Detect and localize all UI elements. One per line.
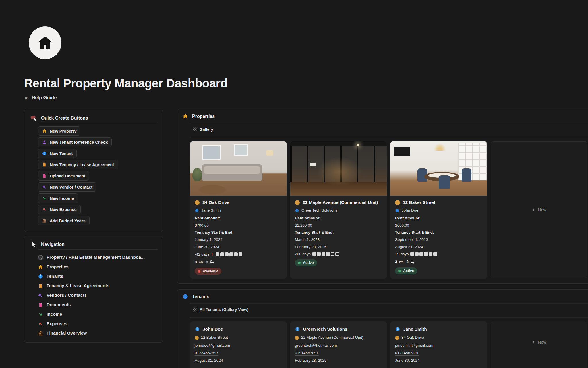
- divider: [190, 137, 588, 137]
- tenant-phone[interactable]: 01234567897: [195, 351, 282, 355]
- quick-create-panel: Quick Create Buttons New Property New Te…: [24, 110, 163, 232]
- button-label: Add Budget Years: [50, 218, 86, 223]
- property-link[interactable]: 22 Maple Avenue (Commercial Unit): [295, 335, 382, 340]
- navigation-header: Navigation: [30, 241, 65, 248]
- plus-icon: [531, 340, 536, 344]
- property-card[interactable]: 34 Oak Drive Jane Smith Rent Amount: $70…: [190, 141, 287, 278]
- tenant-link[interactable]: John Doe: [395, 208, 482, 213]
- tenancy-end-date: August 31, 2024: [395, 245, 482, 249]
- bathtub-icon: [210, 260, 214, 264]
- tenant-name: Jane Smith: [201, 208, 221, 213]
- tenant-email[interactable]: janesmith@gmail.com: [395, 343, 482, 348]
- help-guide-toggle[interactable]: ▶ Help Guide: [25, 95, 57, 100]
- new-tenant-button[interactable]: New Tenant: [38, 149, 77, 158]
- tenant-email[interactable]: johndoe@gmail.com: [195, 343, 282, 348]
- home-icon: [182, 113, 188, 119]
- tenant-link[interactable]: GreenTech Solutions: [295, 208, 382, 213]
- cursor-icon: [30, 241, 37, 248]
- tenant-globe-icon: [38, 274, 43, 279]
- tenants-section: Tenants All Tenants (Gallery View) John …: [177, 289, 588, 368]
- new-tenant-reference-check-button[interactable]: New Tenant Reference Check: [38, 137, 112, 147]
- rental-dashboard-page: { "app": { "title": "Rental Property Man…: [0, 0, 588, 368]
- all-tenants-gallery-view-tab[interactable]: All Tenants (Gallery View): [192, 307, 249, 312]
- tenant-email[interactable]: greentech@hotmail.com: [295, 343, 382, 348]
- property-card-body: 22 Maple Avenue (Commercial Unit) GreenT…: [290, 195, 387, 266]
- days-remaining-row: -42 days !: [195, 252, 282, 256]
- tenant-globe-icon: [195, 327, 200, 332]
- new-property-button[interactable]: New Property: [38, 126, 80, 136]
- tenant-phone[interactable]: 01214567891: [395, 351, 482, 355]
- nav-item-tenants[interactable]: Tenants: [38, 272, 145, 281]
- nav-item-vendors-contacts[interactable]: Vendors / Contacts: [38, 291, 145, 300]
- status-badge: Available: [195, 268, 221, 275]
- nav-label: Vendors / Contacts: [47, 293, 87, 298]
- tenant-card[interactable]: GreenTech Solutions 22 Maple Avenue (Com…: [290, 322, 387, 368]
- property-name: 34 Oak Drive: [401, 335, 424, 340]
- property-link[interactable]: 12 Baker Street: [195, 335, 282, 340]
- toggle-triangle-icon[interactable]: ▶: [25, 96, 28, 99]
- nav-label: Documents: [47, 302, 71, 308]
- property-link[interactable]: 34 Oak Drive: [395, 335, 482, 340]
- tenancy-label: Tenancy Start & End:: [395, 230, 482, 235]
- tenant-card[interactable]: Jane Smith 34 Oak Drive janesmith@gmail.…: [390, 322, 487, 368]
- document-icon: [42, 162, 47, 167]
- property-card[interactable]: 12 Baker Street John Doe Rent Amount: $6…: [390, 141, 487, 278]
- tenant-name: GreenTech Solutions: [303, 327, 347, 332]
- nav-item-financial-overview[interactable]: Financial Overview: [38, 329, 145, 338]
- tenant-card[interactable]: John Doe 12 Baker Street johndoe@gmail.c…: [190, 322, 287, 368]
- new-tenancy-lease-agreement-button[interactable]: New Tenancy / Lease Agreement: [38, 160, 118, 169]
- rent-amount-value: $1,200.00: [295, 223, 382, 227]
- nav-item-documents[interactable]: Documents: [38, 300, 145, 310]
- tenant-link[interactable]: Jane Smith: [195, 208, 282, 213]
- nav-item-properties[interactable]: Properties: [38, 262, 145, 272]
- nav-item-dashboard[interactable]: Property / Real Estate Management Dashbo…: [38, 253, 145, 262]
- page-title: Rental Property Manager Dashboard: [24, 76, 227, 90]
- bed-icon: [399, 259, 404, 264]
- tenancy-label: Tenancy Start & End:: [295, 230, 382, 235]
- nav-item-tenancy-lease-agreements[interactable]: Tenancy & Lease Agreements: [38, 281, 145, 291]
- nav-item-expenses[interactable]: Expenses: [38, 319, 145, 329]
- tenancy-end-date: June 30, 2024: [395, 358, 482, 363]
- tenancy-end-date: August 31, 2024: [195, 358, 282, 363]
- property-title: 22 Maple Avenue (Commercial Unit): [303, 200, 378, 205]
- new-tenant-card-button[interactable]: New: [491, 322, 587, 368]
- nav-label: Property / Real Estate Management Dashbo…: [47, 255, 145, 260]
- bank-icon: [38, 331, 43, 336]
- tenant-globe-icon: [295, 208, 299, 213]
- button-label: New Tenancy / Lease Agreement: [50, 162, 114, 167]
- new-expense-button[interactable]: New Expense: [38, 205, 81, 214]
- button-label: New Tenant: [50, 151, 73, 156]
- new-property-card-button[interactable]: New: [491, 141, 587, 278]
- nav-item-income[interactable]: Income: [38, 310, 145, 319]
- nav-label: Expenses: [47, 321, 67, 327]
- add-budget-years-button[interactable]: Add Budget Years: [38, 216, 90, 225]
- gallery-view-tab[interactable]: Gallery: [192, 127, 213, 132]
- button-label: New Income: [50, 196, 74, 201]
- tenant-name: GreenTech Solutions: [301, 208, 337, 213]
- page-dot-icon: [395, 336, 399, 340]
- new-label: New: [538, 340, 546, 344]
- rent-amount-label: Rent Amount:: [295, 216, 382, 220]
- button-label: New Vendor / Contact: [50, 185, 92, 189]
- rent-amount-value: $700.00: [195, 223, 282, 227]
- days-remaining-row: 19 days: [395, 252, 482, 256]
- properties-section-header: Properties: [182, 113, 215, 119]
- property-name: 12 Baker Street: [201, 335, 228, 340]
- divider: [190, 303, 588, 304]
- person-icon: [42, 140, 47, 145]
- tenancy-end-date: June 30, 2024: [195, 245, 282, 249]
- tenant-phone[interactable]: 01914567891: [295, 351, 382, 355]
- new-vendor-contact-button[interactable]: New Vendor / Contact: [38, 182, 96, 192]
- upload-document-button[interactable]: Upload Document: [38, 171, 89, 181]
- property-card[interactable]: 22 Maple Avenue (Commercial Unit) GreenT…: [290, 141, 387, 278]
- navigation-list: Property / Real Estate Management Dashbo…: [38, 253, 145, 338]
- tenancy-label: Tenancy Start & End:: [195, 230, 282, 235]
- button-click-icon: [30, 114, 37, 122]
- divider: [38, 249, 158, 250]
- new-income-button[interactable]: New Income: [38, 193, 78, 203]
- beds-baths-row: 3 2: [395, 259, 482, 264]
- tenant-name: John Doe: [203, 327, 223, 332]
- days-remaining-row: 200 days: [295, 252, 382, 256]
- rent-amount-label: Rent Amount:: [195, 216, 282, 220]
- property-photo: [190, 141, 287, 195]
